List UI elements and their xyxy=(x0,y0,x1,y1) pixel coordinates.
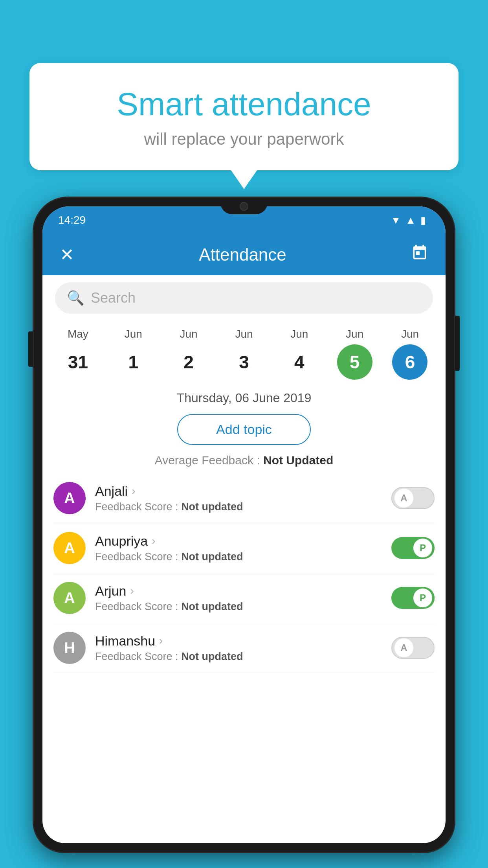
chevron-right-icon: › xyxy=(152,535,155,547)
chevron-right-icon: › xyxy=(132,485,135,497)
bubble-title: Smart attendance xyxy=(49,86,439,122)
status-time: 14:29 xyxy=(58,214,86,226)
calendar-date-number[interactable]: 1 xyxy=(116,344,151,380)
feedback-avg-label: Average Feedback : xyxy=(155,454,263,467)
calendar-day[interactable]: Jun6 xyxy=(392,328,427,380)
chevron-right-icon: › xyxy=(159,634,163,647)
add-topic-container: Add topic xyxy=(42,414,446,445)
avatar: A xyxy=(53,582,86,614)
student-info: Himanshu ›Feedback Score : Not updated xyxy=(86,633,391,663)
student-feedback-score: Feedback Score : Not updated xyxy=(95,501,391,513)
calendar-day[interactable]: Jun4 xyxy=(282,328,317,380)
toggle-knob: A xyxy=(394,489,413,508)
phone-camera xyxy=(240,202,248,211)
toggle-knob: P xyxy=(413,539,432,557)
calendar-date-number[interactable]: 2 xyxy=(171,344,206,380)
close-button[interactable]: ✕ xyxy=(60,245,74,265)
calendar-strip: May31Jun1Jun2Jun3Jun4Jun5Jun6 xyxy=(42,321,446,384)
calendar-day[interactable]: Jun5 xyxy=(337,328,372,380)
phone-screen: 14:29 ▼ ▲ ▮ ✕ Attendance 🔍 xyxy=(42,206,446,843)
add-topic-button[interactable]: Add topic xyxy=(177,414,311,445)
calendar-month-label: May xyxy=(68,328,88,340)
calendar-day[interactable]: May31 xyxy=(60,328,95,380)
calendar-month-label: Jun xyxy=(180,328,198,340)
student-info: Anupriya ›Feedback Score : Not updated xyxy=(86,533,391,563)
calendar-month-label: Jun xyxy=(401,328,419,340)
calendar-day[interactable]: Jun2 xyxy=(171,328,206,380)
attendance-toggle[interactable]: A xyxy=(391,637,435,659)
signal-icon: ▲ xyxy=(405,214,416,226)
selected-date-label: Thursday, 06 June 2019 xyxy=(42,384,446,408)
student-item[interactable]: AArjun ›Feedback Score : Not updatedP xyxy=(53,573,435,623)
calendar-month-label: Jun xyxy=(346,328,363,340)
student-item[interactable]: AAnjali ›Feedback Score : Not updatedA xyxy=(53,473,435,523)
student-info: Anjali ›Feedback Score : Not updated xyxy=(86,484,391,513)
search-placeholder: Search xyxy=(91,290,136,306)
calendar-month-label: Jun xyxy=(290,328,308,340)
search-bar[interactable]: 🔍 Search xyxy=(55,282,433,314)
search-icon: 🔍 xyxy=(67,290,84,306)
student-name: Arjun › xyxy=(95,583,391,599)
speech-bubble: Smart attendance will replace your paper… xyxy=(29,63,459,170)
calendar-date-number[interactable]: 6 xyxy=(392,344,427,380)
phone-notch xyxy=(220,198,268,214)
avatar: A xyxy=(53,532,86,564)
page-title: Attendance xyxy=(199,245,286,265)
app-header: ✕ Attendance xyxy=(42,234,446,275)
student-name: Anupriya › xyxy=(95,533,391,549)
student-feedback-score: Feedback Score : Not updated xyxy=(95,551,391,563)
student-name: Himanshu › xyxy=(95,633,391,649)
calendar-month-label: Jun xyxy=(125,328,142,340)
student-name: Anjali › xyxy=(95,484,391,499)
phone-mockup: 14:29 ▼ ▲ ▮ ✕ Attendance 🔍 xyxy=(33,197,455,868)
toggle-knob: A xyxy=(394,638,413,657)
student-item[interactable]: HHimanshu ›Feedback Score : Not updatedA xyxy=(53,623,435,673)
student-info: Arjun ›Feedback Score : Not updated xyxy=(86,583,391,613)
calendar-date-number[interactable]: 3 xyxy=(226,344,262,380)
calendar-icon[interactable] xyxy=(411,244,428,265)
student-list: AAnjali ›Feedback Score : Not updatedAAA… xyxy=(42,473,446,673)
status-icons: ▼ ▲ ▮ xyxy=(391,214,426,226)
calendar-day[interactable]: Jun1 xyxy=(116,328,151,380)
calendar-month-label: Jun xyxy=(235,328,253,340)
chevron-right-icon: › xyxy=(130,585,134,597)
attendance-toggle[interactable]: P xyxy=(391,537,435,559)
student-item[interactable]: AAnupriya ›Feedback Score : Not updatedP xyxy=(53,523,435,573)
battery-icon: ▮ xyxy=(420,214,426,226)
avatar: A xyxy=(53,482,86,514)
student-feedback-score: Feedback Score : Not updated xyxy=(95,601,391,613)
toggle-knob: P xyxy=(413,588,432,607)
avatar: H xyxy=(53,632,86,664)
student-feedback-score: Feedback Score : Not updated xyxy=(95,651,391,663)
phone-outer: 14:29 ▼ ▲ ▮ ✕ Attendance 🔍 xyxy=(33,197,455,853)
calendar-date-number[interactable]: 31 xyxy=(60,344,95,380)
speech-bubble-container: Smart attendance will replace your paper… xyxy=(29,63,459,170)
calendar-day[interactable]: Jun3 xyxy=(226,328,262,380)
bubble-subtitle: will replace your paperwork xyxy=(49,130,439,149)
attendance-toggle[interactable]: A xyxy=(391,487,435,509)
feedback-avg-value: Not Updated xyxy=(263,454,333,467)
calendar-date-number[interactable]: 5 xyxy=(337,344,372,380)
average-feedback: Average Feedback : Not Updated xyxy=(42,451,446,473)
calendar-date-number[interactable]: 4 xyxy=(282,344,317,380)
attendance-toggle[interactable]: P xyxy=(391,587,435,609)
wifi-icon: ▼ xyxy=(391,214,401,226)
